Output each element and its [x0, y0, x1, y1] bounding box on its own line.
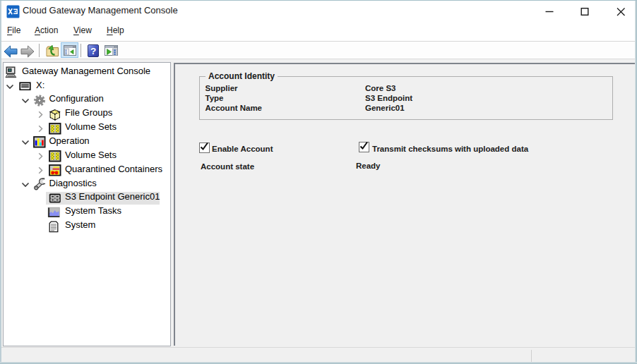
svg-text:?: ?: [90, 46, 96, 56]
